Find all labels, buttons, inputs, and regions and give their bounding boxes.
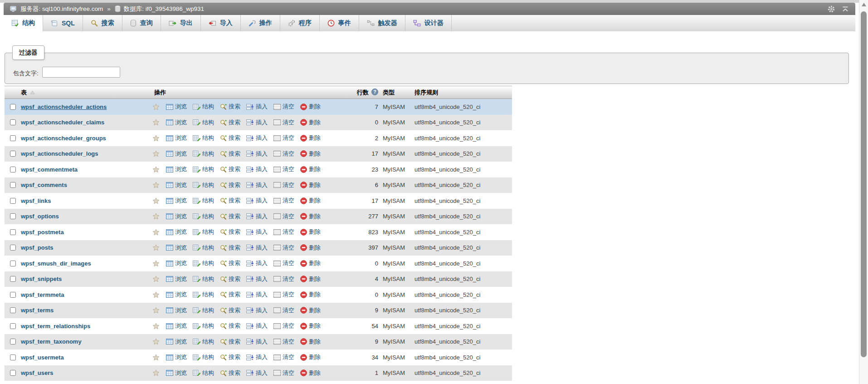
action-drop-link[interactable]: 删除 [300, 275, 321, 283]
action-drop-link[interactable]: 删除 [300, 353, 321, 361]
favorite-star-icon[interactable] [152, 369, 160, 376]
collapse-top-icon[interactable] [842, 6, 849, 12]
action-browse-link[interactable]: 浏览 [166, 275, 187, 283]
favorite-star-icon[interactable] [152, 291, 160, 298]
action-insert-link[interactable]: 插入 [246, 134, 268, 142]
action-insert-link[interactable]: 插入 [246, 118, 268, 127]
action-browse-link[interactable]: 浏览 [166, 306, 187, 315]
action-search-link[interactable]: 搜索 [220, 259, 240, 267]
action-drop-link[interactable]: 删除 [300, 322, 321, 330]
action-drop-link[interactable]: 删除 [300, 118, 321, 127]
action-empty-link[interactable]: 清空 [273, 197, 294, 205]
action-structure-link[interactable]: 结构 [193, 353, 214, 361]
action-search-link[interactable]: 搜索 [220, 165, 240, 173]
breadcrumb-database-link[interactable]: 数据库: if0_39543986_wp931 [124, 5, 204, 13]
action-search-link[interactable]: 搜索 [220, 338, 240, 346]
row-checkbox[interactable] [10, 370, 16, 376]
table-name-link[interactable]: wpsf_actionscheduler_actions [21, 103, 107, 110]
action-browse-link[interactable]: 浏览 [166, 228, 187, 236]
tab-designer[interactable]: 设计器 [405, 15, 452, 31]
action-empty-link[interactable]: 清空 [273, 338, 294, 346]
header-rows-column[interactable]: 行数 ? [344, 89, 380, 97]
favorite-star-icon[interactable] [152, 354, 160, 361]
action-structure-link[interactable]: 结构 [193, 228, 214, 236]
action-drop-link[interactable]: 删除 [300, 165, 321, 173]
action-empty-link[interactable]: 清空 [273, 103, 294, 111]
favorite-star-icon[interactable] [152, 338, 160, 345]
action-empty-link[interactable]: 清空 [273, 181, 294, 189]
action-search-link[interactable]: 搜索 [220, 197, 240, 205]
row-checkbox[interactable] [10, 245, 16, 251]
action-empty-link[interactable]: 清空 [273, 275, 294, 283]
action-browse-link[interactable]: 浏览 [166, 150, 187, 158]
header-table-column[interactable]: 表 [21, 89, 152, 97]
breadcrumb-server-link[interactable]: 服务器: sql100.infinityfree.com [20, 5, 103, 13]
row-checkbox[interactable] [10, 323, 16, 329]
row-checkbox[interactable] [10, 229, 16, 235]
action-structure-link[interactable]: 结构 [193, 290, 214, 299]
action-drop-link[interactable]: 删除 [300, 134, 321, 142]
action-empty-link[interactable]: 清空 [273, 259, 294, 267]
action-empty-link[interactable]: 清空 [273, 228, 294, 236]
tab-export[interactable]: 导出 [161, 15, 201, 31]
action-browse-link[interactable]: 浏览 [166, 338, 187, 346]
action-structure-link[interactable]: 结构 [193, 322, 214, 330]
action-insert-link[interactable]: 插入 [246, 150, 268, 158]
table-name-link[interactable]: wpsf_snippets [21, 276, 62, 282]
tab-operations[interactable]: 操作 [241, 15, 280, 31]
table-name-link[interactable]: wpsf_term_relationships [21, 323, 90, 330]
action-browse-link[interactable]: 浏览 [166, 165, 187, 173]
table-name-link[interactable]: wpsf_actionscheduler_groups [21, 135, 106, 142]
action-insert-link[interactable]: 插入 [246, 181, 268, 189]
action-search-link[interactable]: 搜索 [220, 322, 240, 330]
favorite-star-icon[interactable] [152, 213, 160, 220]
favorite-star-icon[interactable] [152, 244, 160, 251]
action-structure-link[interactable]: 结构 [193, 165, 214, 173]
row-checkbox[interactable] [10, 213, 16, 219]
action-structure-link[interactable]: 结构 [193, 275, 214, 283]
action-drop-link[interactable]: 删除 [300, 244, 321, 252]
table-name-link[interactable]: wpsf_actionscheduler_logs [21, 150, 98, 157]
table-name-link[interactable]: wpsf_smush_dir_images [21, 260, 91, 267]
tab-events[interactable]: 事件 [320, 15, 359, 31]
row-checkbox[interactable] [10, 354, 16, 360]
action-structure-link[interactable]: 结构 [193, 306, 214, 315]
action-insert-link[interactable]: 插入 [246, 165, 268, 173]
row-checkbox[interactable] [10, 198, 16, 204]
table-name-link[interactable]: wpsf_term_taxonomy [21, 338, 82, 345]
tab-search[interactable]: 搜索 [83, 15, 122, 31]
scroll-up-arrow[interactable] [859, 0, 868, 9]
action-structure-link[interactable]: 结构 [193, 244, 214, 252]
table-name-link[interactable]: wpsf_posts [21, 244, 54, 251]
action-insert-link[interactable]: 插入 [246, 275, 268, 283]
sort-by-rows-link[interactable]: 行数 [357, 89, 369, 97]
action-insert-link[interactable]: 插入 [246, 212, 268, 221]
tab-routines[interactable]: 程序 [280, 15, 320, 31]
sort-by-type-link[interactable]: 类型 [383, 89, 395, 96]
action-insert-link[interactable]: 插入 [246, 103, 268, 111]
action-drop-link[interactable]: 删除 [300, 103, 321, 111]
action-browse-link[interactable]: 浏览 [166, 118, 187, 127]
favorite-star-icon[interactable] [152, 182, 160, 188]
action-insert-link[interactable]: 插入 [246, 338, 268, 346]
action-browse-link[interactable]: 浏览 [166, 259, 187, 267]
action-browse-link[interactable]: 浏览 [166, 134, 187, 142]
action-search-link[interactable]: 搜索 [220, 290, 240, 299]
vertical-scrollbar[interactable] [859, 0, 868, 384]
action-insert-link[interactable]: 插入 [246, 290, 268, 299]
favorite-star-icon[interactable] [152, 150, 160, 157]
action-empty-link[interactable]: 清空 [273, 369, 294, 377]
action-drop-link[interactable]: 删除 [300, 259, 321, 267]
row-checkbox[interactable] [10, 261, 16, 266]
action-structure-link[interactable]: 结构 [193, 134, 214, 142]
table-name-link[interactable]: wpsf_links [21, 197, 51, 204]
action-drop-link[interactable]: 删除 [300, 197, 321, 205]
action-drop-link[interactable]: 删除 [300, 369, 321, 377]
sort-by-name-link[interactable]: 表 [21, 89, 27, 97]
action-empty-link[interactable]: 清空 [273, 212, 294, 221]
action-empty-link[interactable]: 清空 [273, 306, 294, 315]
action-empty-link[interactable]: 清空 [273, 290, 294, 299]
action-browse-link[interactable]: 浏览 [166, 353, 187, 361]
action-insert-link[interactable]: 插入 [246, 306, 268, 315]
action-structure-link[interactable]: 结构 [193, 369, 214, 377]
